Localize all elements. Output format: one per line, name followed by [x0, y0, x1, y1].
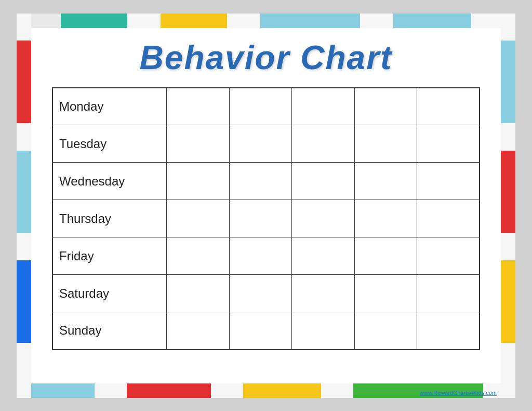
border-segment — [501, 123, 515, 151]
border-segment — [95, 383, 127, 398]
behavior-cell[interactable] — [417, 125, 480, 163]
border-segment — [501, 41, 515, 123]
watermark: www.RewardCharts4Kids.com — [420, 390, 497, 396]
border-segment — [211, 383, 243, 398]
behavior-cell[interactable] — [354, 200, 417, 237]
behavior-cell[interactable] — [354, 125, 417, 163]
day-label: Tuesday — [52, 125, 167, 163]
page-title: Behavior Chart — [140, 38, 393, 77]
behavior-cell[interactable] — [354, 163, 417, 200]
behavior-cell[interactable] — [292, 88, 354, 125]
main-content: Behavior Chart MondayTuesdayWednesdayThu… — [31, 28, 501, 383]
behavior-cell[interactable] — [292, 200, 354, 237]
border-segment — [393, 14, 471, 28]
border-segment — [501, 151, 515, 233]
day-label: Saturday — [52, 275, 167, 312]
behavior-cell[interactable] — [417, 88, 480, 125]
border-segment — [61, 14, 127, 28]
behavior-cell[interactable] — [229, 200, 291, 237]
border-segment — [227, 14, 260, 28]
behavior-cell[interactable] — [417, 200, 480, 237]
behavior-cell[interactable] — [417, 275, 480, 312]
behavior-cell[interactable] — [354, 312, 417, 350]
behavior-cell[interactable] — [229, 237, 291, 275]
border-segment — [17, 233, 31, 260]
border-segment — [17, 41, 31, 123]
day-label: Wednesday — [52, 163, 167, 200]
border-top — [17, 14, 515, 28]
border-segment — [127, 383, 211, 398]
border-segment — [360, 14, 393, 28]
border-segment — [17, 260, 31, 343]
border-segment — [17, 123, 31, 151]
behavior-cell[interactable] — [292, 163, 354, 200]
behavior-cell[interactable] — [292, 237, 354, 275]
behavior-cell[interactable] — [167, 163, 229, 200]
behavior-cell[interactable] — [292, 275, 354, 312]
behavior-cell[interactable] — [167, 237, 229, 275]
behavior-cell[interactable] — [167, 312, 229, 350]
border-segment — [17, 14, 31, 41]
behavior-cell[interactable] — [292, 125, 354, 163]
table-row: Saturday — [52, 275, 480, 312]
table-row: Wednesday — [52, 163, 480, 200]
table-row: Sunday — [52, 312, 480, 350]
behavior-cell[interactable] — [167, 125, 229, 163]
behavior-cell[interactable] — [354, 237, 417, 275]
behavior-cell[interactable] — [354, 275, 417, 312]
behavior-cell[interactable] — [167, 200, 229, 237]
day-label: Thursday — [52, 200, 167, 237]
table-row: Friday — [52, 237, 480, 275]
border-segment — [127, 14, 161, 28]
border-left — [17, 14, 31, 398]
border-segment — [501, 233, 515, 260]
border-segment — [260, 14, 360, 28]
table-row: Thursday — [52, 200, 480, 237]
behavior-cell[interactable] — [229, 88, 291, 125]
behavior-cell[interactable] — [417, 312, 480, 350]
table-row: Monday — [52, 88, 480, 125]
border-right — [501, 14, 515, 398]
day-label: Monday — [52, 88, 167, 125]
table-row: Tuesday — [52, 125, 480, 163]
day-label: Friday — [52, 237, 167, 275]
behavior-cell[interactable] — [417, 237, 480, 275]
behavior-chart-page: Behavior Chart MondayTuesdayWednesdayThu… — [17, 14, 515, 398]
behavior-cell[interactable] — [229, 163, 291, 200]
border-segment — [161, 14, 227, 28]
border-segment — [17, 343, 31, 398]
behavior-cell[interactable] — [167, 88, 229, 125]
border-segment — [17, 151, 31, 233]
behavior-cell[interactable] — [229, 312, 291, 350]
behavior-cell[interactable] — [229, 125, 291, 163]
behavior-cell[interactable] — [292, 312, 354, 350]
border-segment — [243, 383, 321, 398]
day-label: Sunday — [52, 312, 167, 350]
behavior-table: MondayTuesdayWednesdayThursdayFridaySatu… — [52, 87, 480, 350]
border-segment — [501, 14, 515, 41]
behavior-cell[interactable] — [229, 275, 291, 312]
behavior-cell[interactable] — [354, 88, 417, 125]
behavior-cell[interactable] — [167, 275, 229, 312]
border-segment — [501, 260, 515, 343]
behavior-cell[interactable] — [417, 163, 480, 200]
border-segment — [321, 383, 353, 398]
border-segment — [501, 343, 515, 398]
